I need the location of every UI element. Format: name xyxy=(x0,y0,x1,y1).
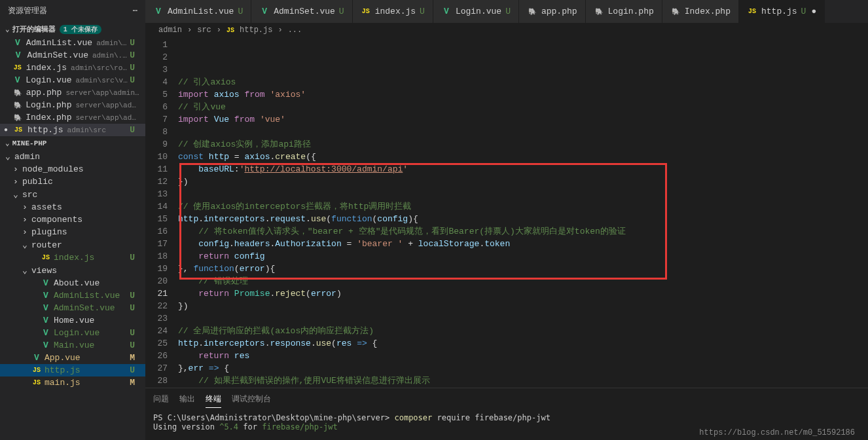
folder-item[interactable]: ›plugins xyxy=(0,226,145,238)
open-editor-item[interactable]: 🐘Index.phpserver\app\admi... xyxy=(0,111,145,124)
file-item[interactable]: VApp.vueM xyxy=(0,352,145,364)
code-line[interactable]: config.headers.Authorization = 'bearer '… xyxy=(178,238,868,250)
code-line[interactable]: }) xyxy=(178,175,868,188)
terminal-tab[interactable]: 输出 xyxy=(179,391,195,408)
code-line[interactable]: return config xyxy=(178,250,868,263)
code-area[interactable]: // 引入axiosimport axios from 'axios'// 引入… xyxy=(178,37,868,388)
editor-tab[interactable]: 🐘Login.php xyxy=(586,0,662,23)
code-line[interactable]: }, function(error){ xyxy=(178,263,868,275)
editor-tab[interactable]: JShttp.jsU● xyxy=(739,0,825,23)
code-line[interactable]: // 使用axios的interceptors拦截器，将http调用时拦截 xyxy=(178,200,868,213)
line-number: 25 xyxy=(145,337,168,350)
file-item[interactable]: VAbout.vue xyxy=(0,277,145,289)
code-line[interactable]: // 如果拦截到错误的操作,使用VUE将错误信息进行弹出展示 xyxy=(178,375,868,387)
code-line[interactable]: return Promise.reject(error) xyxy=(178,287,868,300)
file-item[interactable]: JSmain.jsM xyxy=(0,376,145,389)
tree-label: Main.vue xyxy=(54,340,94,350)
file-item[interactable]: VLogin.vueU xyxy=(0,327,145,339)
breadcrumb-segment[interactable]: ... xyxy=(288,26,302,35)
file-item[interactable]: JSindex.jsU xyxy=(0,251,145,264)
open-editor-item[interactable]: VLogin.vueadmin\src\vi...U xyxy=(0,74,145,86)
editor-tab[interactable]: VAdminList.vueU xyxy=(145,0,251,23)
terminal-tab[interactable]: 调试控制台 xyxy=(232,391,271,408)
tree-label: router xyxy=(31,240,62,250)
line-number: 1 xyxy=(145,39,168,51)
code-line[interactable] xyxy=(178,312,868,325)
tab-label: Login.vue xyxy=(456,7,501,16)
code-line[interactable]: // 获取错误信息console.log(err.response.data.m… xyxy=(178,387,868,388)
line-number: 4 xyxy=(145,76,168,88)
line-gutter: 1234567891011121314151617181920212223242… xyxy=(145,37,178,388)
open-editors-header[interactable]: ⌄ 打开的编辑器 1 个未保存 xyxy=(0,22,145,37)
editor-tab[interactable]: 🐘app.php xyxy=(519,0,586,23)
file-item[interactable]: VAdminList.vueU xyxy=(0,289,145,302)
editor-tab[interactable]: JSindex.jsU xyxy=(353,0,433,23)
file-item[interactable]: JShttp.jsU xyxy=(0,364,145,376)
sidebar-header: 资源管理器 ⋯ xyxy=(0,0,145,22)
code-line[interactable]: // 创建axios实例，添加api路径 xyxy=(178,138,868,151)
open-editor-item[interactable]: JShttp.jsadmin\srcU xyxy=(0,124,145,136)
open-editor-item[interactable]: JSindex.jsadmin\src\rou...U xyxy=(0,62,145,74)
folder-item[interactable]: ›public xyxy=(0,175,145,188)
code-line[interactable]: // 将token值传入请求头，"bearer + 空格"是代码规范，看到Bea… xyxy=(178,225,868,238)
folder-item[interactable]: ›components xyxy=(0,213,145,226)
code-line[interactable]: const http = axios.create({ xyxy=(178,151,868,163)
folder-item[interactable]: ⌄src xyxy=(0,188,145,201)
code-line[interactable]: http.interceptors.request.use(function(c… xyxy=(178,213,868,225)
minimap[interactable] xyxy=(829,37,868,388)
code-line[interactable] xyxy=(178,188,868,200)
file-item[interactable]: VAdminSet.vueU xyxy=(0,302,145,314)
code-line[interactable]: // 全局进行响应的拦截(axios内的响应拦截方法) xyxy=(178,325,868,337)
file-name: index.js xyxy=(26,63,67,73)
file-name: AdminList.vue xyxy=(26,38,92,48)
terminal-tab[interactable]: 终端 xyxy=(206,391,221,408)
folder-item[interactable]: ⌄router xyxy=(0,238,145,251)
editor[interactable]: 1234567891011121314151617181920212223242… xyxy=(145,37,868,388)
git-status: U xyxy=(130,303,140,313)
chevron-right-icon: › xyxy=(22,215,30,225)
code-line[interactable]: http.interceptors.response.use(res => { xyxy=(178,337,868,350)
js-icon: JS xyxy=(13,126,24,134)
open-editor-item[interactable]: VAdminSet.vueadmin\...U xyxy=(0,49,145,62)
folder-item[interactable]: ⌄views xyxy=(0,264,145,277)
code-line[interactable]: },err => { xyxy=(178,362,868,375)
breadcrumb-segment[interactable]: src xyxy=(197,26,211,35)
open-editor-item[interactable]: VAdminList.vueadmin\...U xyxy=(0,37,145,49)
editor-tab[interactable]: VAdminSet.vueU xyxy=(251,0,352,23)
project-header[interactable]: ⌄ MINE-PHP xyxy=(0,136,145,150)
modified-dot-icon[interactable]: ● xyxy=(811,7,816,16)
more-icon[interactable]: ⋯ xyxy=(133,6,137,16)
tree-label: main.js xyxy=(45,378,81,388)
folder-item[interactable]: ›assets xyxy=(0,201,145,213)
open-editor-item[interactable]: 🐘Login.phpserver\app\admi... xyxy=(0,99,145,111)
tree-label: node_modules xyxy=(22,164,84,174)
code-line[interactable] xyxy=(178,126,868,138)
editor-tab[interactable]: VLogin.vueU xyxy=(433,0,519,23)
file-item[interactable]: VMain.vueU xyxy=(0,339,145,352)
code-line[interactable]: import axios from 'axios' xyxy=(178,88,868,101)
code-line[interactable]: baseURL:'http://localhost:3000/admin/api… xyxy=(178,163,868,175)
breadcrumb[interactable]: admin›src›JS http.js›... xyxy=(145,23,868,37)
line-number: 6 xyxy=(145,101,168,113)
breadcrumb-segment[interactable]: admin xyxy=(158,26,182,35)
code-line[interactable]: }) xyxy=(178,300,868,312)
folder-item[interactable]: ›node_modules xyxy=(0,163,145,175)
code-line[interactable]: return res xyxy=(178,350,868,362)
code-line[interactable]: // 错误处理 xyxy=(178,275,868,287)
sidebar: 资源管理器 ⋯ ⌄ 打开的编辑器 1 个未保存 VAdminList.vuead… xyxy=(0,0,145,440)
open-editor-item[interactable]: 🐘app.phpserver\app\admin\... xyxy=(0,86,145,99)
code-line[interactable]: import Vue from 'vue' xyxy=(178,113,868,126)
chevron-down-icon: ⌄ xyxy=(22,265,30,276)
code-line[interactable]: // 引入vue xyxy=(178,101,868,113)
tree-label: About.vue xyxy=(54,278,99,288)
tab-label: Login.php xyxy=(608,7,654,16)
chevron-down-icon: ⌄ xyxy=(13,189,21,200)
breadcrumb-segment[interactable]: http.js xyxy=(240,26,272,35)
editor-tab[interactable]: 🐘Index.php xyxy=(662,0,739,23)
git-status: M xyxy=(130,353,140,363)
file-item[interactable]: VHome.vue xyxy=(0,314,145,327)
line-number: 23 xyxy=(145,312,168,325)
code-line[interactable]: // 引入axios xyxy=(178,76,868,88)
folder-item[interactable]: ⌄admin xyxy=(0,150,145,163)
terminal-tab[interactable]: 问题 xyxy=(153,391,169,408)
